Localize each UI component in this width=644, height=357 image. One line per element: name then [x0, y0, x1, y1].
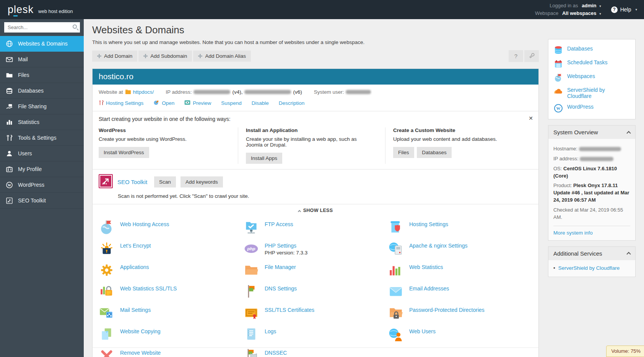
promo-text: Create your website using WordPress.	[99, 136, 225, 142]
feature-hosting-settings[interactable]: Hosting Settings	[388, 219, 532, 241]
webspace-selector[interactable]: All webspaces	[562, 10, 597, 16]
system-overview-header[interactable]: System Overview	[548, 126, 635, 139]
web-statistics-icon	[388, 262, 404, 278]
sidebar-item-my-profile[interactable]: My Profile	[0, 161, 84, 177]
feature-mail-settings[interactable]: Mail Settings	[99, 305, 243, 326]
feature-web-users[interactable]: Web Users	[388, 326, 532, 348]
aside-link-databases[interactable]: Databases	[553, 43, 631, 57]
promo-column-wordpress: WordPress Create your website using Word…	[99, 127, 238, 164]
sidebar-item-label: My Profile	[18, 166, 42, 172]
add-domain-alias-button[interactable]: Add Domain Alias	[193, 51, 251, 62]
close-icon[interactable]: ✕	[529, 115, 533, 121]
show-less-toggle[interactable]: SHOW LESS	[93, 204, 538, 217]
sidebar-item-statistics[interactable]: Statistics	[0, 114, 84, 130]
sidebar-item-mail[interactable]: Mail	[0, 52, 84, 67]
wordpress-icon: W	[6, 181, 13, 189]
feature-remove-website[interactable]: Remove Website	[99, 348, 243, 357]
feature-website-copying[interactable]: Website Copying	[99, 326, 243, 348]
sidebar-item-label: Websites & Domains	[18, 41, 68, 47]
web-hosting-access-icon	[99, 219, 115, 235]
seo-toolkit-link[interactable]: SEO Toolkit	[117, 179, 147, 185]
add-domain-button[interactable]: Add Domain	[92, 51, 137, 62]
suspend-action[interactable]: Suspend	[221, 100, 241, 106]
help-label: Help	[620, 7, 631, 13]
system-user-label: System user:	[314, 89, 344, 95]
bullet-icon: •	[553, 265, 555, 271]
install-wordpress-button[interactable]: Install WordPress	[99, 147, 149, 158]
customize-button[interactable]	[524, 50, 539, 62]
bar-chart-icon	[6, 119, 13, 126]
mail-icon	[6, 56, 13, 63]
help-button[interactable]: ?	[509, 50, 523, 62]
aside-link-wordpress[interactable]: W WordPress	[553, 101, 631, 115]
help-menu[interactable]: ? Help ▾	[611, 7, 637, 13]
sidebar-item-websites-domains[interactable]: Websites & Domains	[0, 36, 84, 52]
feature-dns-settings[interactable]: DNS Settings	[243, 284, 388, 305]
feature-web-statistics[interactable]: Web Statistics	[388, 262, 532, 284]
chevron-up-icon	[626, 252, 631, 256]
sidebar-item-file-sharing[interactable]: File Sharing	[0, 99, 84, 114]
install-apps-button[interactable]: Install Apps	[246, 153, 282, 164]
feature-ssl-certificates[interactable]: SSL/TLS Certificates	[243, 305, 388, 326]
ftp-access-icon	[243, 219, 259, 235]
feature-apache-nginx[interactable]: Apache & nginx Settings	[388, 241, 532, 262]
feature-ftp-access[interactable]: FTP Access	[243, 219, 388, 241]
feature-applications[interactable]: Applications	[99, 262, 243, 284]
hosting-settings-action[interactable]: Hosting Settings	[99, 100, 143, 107]
seo-toolkit-icon	[6, 197, 13, 204]
add-subdomain-button[interactable]: Add Subdomain	[138, 51, 192, 62]
mail-settings-icon	[99, 305, 115, 321]
databases-button[interactable]: Databases	[417, 147, 452, 158]
feature-dnssec[interactable]: DNSSEC	[243, 348, 388, 357]
web-users-icon	[388, 326, 404, 342]
remove-website-icon	[99, 348, 115, 357]
current-user[interactable]: admin	[582, 3, 596, 8]
feature-lets-encrypt[interactable]: Let's Encrypt	[99, 241, 243, 262]
aside-link-servershield[interactable]: ServerShield by Cloudflare	[553, 85, 631, 101]
add-keywords-button[interactable]: Add keywords	[181, 176, 223, 187]
logged-in-row[interactable]: Logged in as admin ▾	[535, 2, 601, 10]
aside-link-scheduled-tasks[interactable]: Scheduled Tasks	[553, 57, 631, 71]
scan-button[interactable]: Scan	[154, 176, 176, 187]
more-system-info-link[interactable]: More system info	[553, 230, 593, 236]
feature-email-addresses[interactable]: Email Addresses	[388, 284, 532, 305]
aside-link-webspaces[interactable]: Webspaces	[553, 71, 631, 85]
search-input[interactable]	[4, 22, 80, 33]
files-button[interactable]: Files	[393, 147, 414, 158]
hosting-settings-grid-icon	[388, 219, 404, 235]
ip-label: IP address:	[553, 156, 579, 161]
preview-action[interactable]: Preview	[184, 100, 211, 106]
sidebar-item-files[interactable]: Files	[0, 67, 84, 83]
sidebar-item-seo-toolkit[interactable]: SEO Toolkit	[0, 193, 84, 209]
search-icon	[73, 24, 77, 29]
chevron-down-icon: ▾	[599, 12, 601, 16]
sidebar-item-users[interactable]: Users	[0, 146, 84, 161]
webspace-row[interactable]: Webspace All webspaces ▾	[535, 10, 601, 17]
feature-logs[interactable]: Logs	[243, 326, 388, 348]
open-action[interactable]: Open	[153, 99, 174, 107]
globe-icon	[6, 40, 13, 47]
additional-services-header[interactable]: Additional Services	[548, 247, 635, 260]
folder-icon	[6, 72, 13, 79]
grid-divider	[93, 347, 538, 348]
promo-heading: WordPress	[99, 127, 230, 133]
sidebar-item-tools-settings[interactable]: Tools & Settings	[0, 130, 84, 146]
description-action[interactable]: Description	[279, 100, 305, 106]
promo-title: Start creating your website in one of th…	[99, 116, 532, 122]
redacted-hostname	[579, 147, 621, 151]
feature-file-manager[interactable]: File Manager	[243, 262, 388, 284]
servershield-service-link[interactable]: ServerShield by Cloudflare	[558, 265, 620, 271]
disable-action[interactable]: Disable	[252, 100, 269, 106]
sidebar-item-label: Statistics	[18, 119, 39, 125]
feature-password-protected-directories[interactable]: Password-Protected Directories	[388, 305, 532, 326]
feature-web-hosting-access[interactable]: Web Hosting Access	[99, 219, 243, 241]
redacted-system-user	[346, 90, 371, 94]
sidebar-item-databases[interactable]: Databases	[0, 83, 84, 99]
sidebar-item-label: WordPress	[18, 182, 44, 188]
page-title: Websites & Domains	[92, 24, 636, 36]
preview-icon	[184, 100, 190, 106]
sidebar-item-wordpress[interactable]: W WordPress	[0, 177, 84, 193]
feature-php-settings[interactable]: php PHP Settings PHP version: 7.3.3	[243, 241, 388, 262]
feature-web-statistics-ssl[interactable]: Web Statistics SSL/TLS	[99, 284, 243, 305]
httpdocs-link[interactable]: httpdocs/	[133, 89, 154, 95]
